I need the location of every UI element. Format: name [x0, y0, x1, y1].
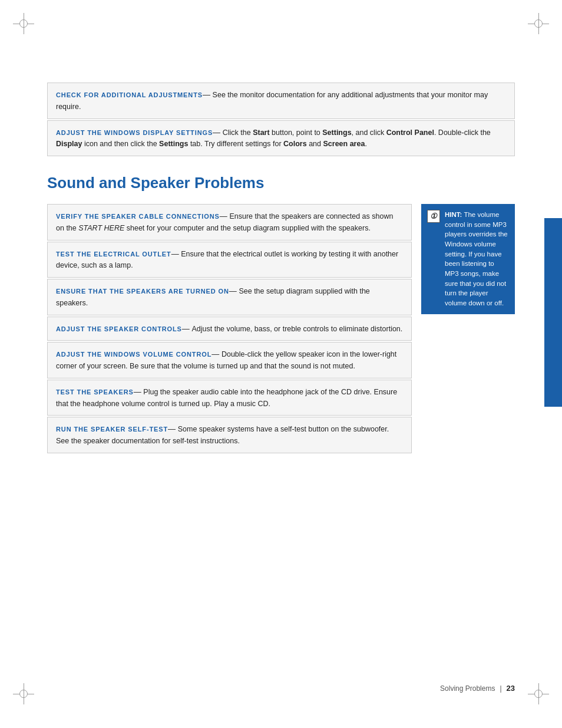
hint-icon: ①: [427, 210, 440, 223]
hint-text: HINT: The volume control in some MP3 pla…: [445, 210, 509, 308]
speaker-connections-dash: —: [220, 212, 230, 220]
problem-row-test-speakers: Test the speakers— Plug the speaker audi…: [47, 380, 412, 416]
hint-box: ① HINT: The volume control in some MP3 p…: [421, 204, 515, 314]
footer: Solving Problems | 23: [0, 684, 562, 693]
footer-separator: |: [500, 684, 501, 693]
check-adjustments-label: Check for additional adjustments: [56, 91, 203, 98]
problem-row-speaker-controls: Adjust the speaker controls— Adjust the …: [47, 317, 412, 341]
main-content: Check for additional adjustments— See th…: [47, 83, 515, 454]
info-box-check-adjustments: Check for additional adjustments— See th…: [47, 83, 515, 119]
problem-row-windows-volume: Adjust the Windows volume control— Doubl…: [47, 342, 412, 378]
test-speakers-label: Test the speakers: [56, 388, 134, 396]
info-boxes: Check for additional adjustments— See th…: [47, 83, 515, 156]
blue-sidebar-strip: [544, 218, 562, 407]
electrical-outlet-label: Test the electrical outlet: [56, 251, 171, 258]
electrical-outlet-dash: —: [171, 249, 181, 258]
info-box-display-settings: Adjust the Windows display settings— Cli…: [47, 120, 515, 157]
problem-row-speakers-on: Ensure that the speakers are turned on— …: [47, 279, 412, 315]
page: Check for additional adjustments— See th…: [0, 0, 562, 728]
test-speakers-dash: —: [134, 387, 144, 396]
self-test-dash: —: [168, 424, 178, 433]
problem-rows-column: Verify the speaker cable connections— En…: [47, 204, 412, 454]
speakers-on-dash: —: [229, 286, 239, 295]
footer-page-number: 23: [507, 684, 515, 693]
two-column-layout: Verify the speaker cable connections— En…: [47, 204, 515, 454]
self-test-label: Run the speaker self-test: [56, 426, 168, 433]
display-settings-label: Adjust the Windows display settings: [56, 129, 213, 136]
speaker-controls-label: Adjust the speaker controls: [56, 325, 182, 332]
problem-row-speaker-connections: Verify the speaker cable connections— En…: [47, 204, 412, 241]
check-adjustments-dash: —: [203, 90, 213, 99]
side-column: ① HINT: The volume control in some MP3 p…: [412, 204, 515, 454]
section-heading: Sound and Speaker Problems: [47, 174, 515, 192]
hint-label: HINT:: [445, 211, 462, 218]
speaker-controls-dash: —: [182, 324, 192, 333]
speaker-connections-label: Verify the speaker cable connections: [56, 213, 220, 220]
windows-volume-dash: —: [211, 350, 222, 358]
speaker-controls-text: Adjust the volume, bass, or treble contr…: [191, 325, 402, 333]
problem-row-electrical-outlet: Test the electrical outlet— Ensure that …: [47, 242, 412, 278]
speakers-on-label: Ensure that the speakers are turned on: [56, 288, 229, 295]
problem-row-self-test: Run the speaker self-test— Some speaker …: [47, 417, 412, 453]
windows-volume-label: Adjust the Windows volume control: [56, 351, 211, 358]
corner-crosshair-tl: [13, 13, 34, 34]
corner-crosshair-tr: [528, 13, 549, 34]
display-settings-dash: —: [213, 128, 223, 137]
hint-body: The volume control in some MP3 players o…: [445, 211, 508, 307]
footer-section-label: Solving Problems: [440, 684, 495, 693]
